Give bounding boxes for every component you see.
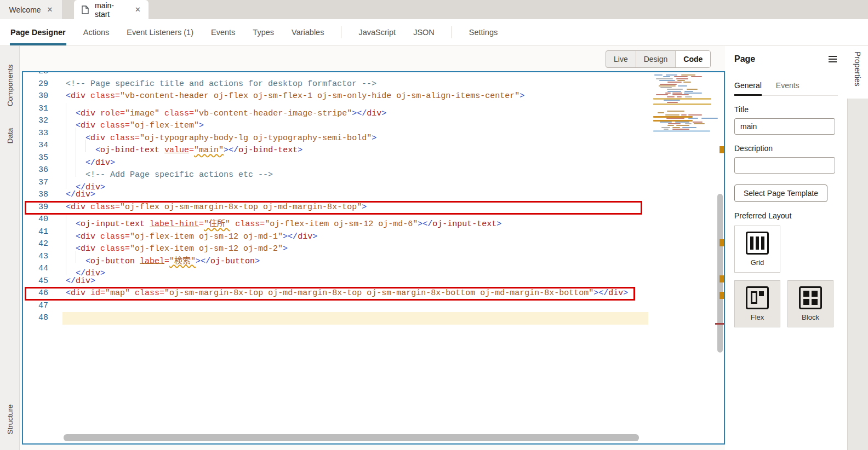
line-number: 46 bbox=[23, 287, 66, 300]
tab-events[interactable]: Events bbox=[776, 81, 800, 95]
code-line[interactable]: 45</div> bbox=[23, 275, 724, 288]
view-code-button[interactable]: Code bbox=[675, 51, 710, 67]
properties-rail-tab[interactable]: Properties bbox=[853, 51, 862, 86]
horizontal-scrollbar[interactable] bbox=[64, 434, 639, 441]
toolbar-tab-variables[interactable]: Variables bbox=[291, 19, 324, 45]
warning-marker bbox=[719, 239, 724, 246]
line-number: 32 bbox=[23, 115, 66, 128]
properties-panel: Page General Events Title Description Se… bbox=[725, 46, 847, 450]
warning-marker bbox=[719, 292, 724, 299]
close-icon[interactable]: ✕ bbox=[135, 6, 141, 13]
toolbar-tab-settings[interactable]: Settings bbox=[469, 19, 498, 45]
toolbar-tab-page-designer[interactable]: Page Designer bbox=[10, 19, 66, 45]
preferred-layout-label: Preferred Layout bbox=[734, 211, 838, 220]
code-text: <div class="oj-flex-item oj-sm-12 oj-md-… bbox=[66, 238, 288, 251]
line-number: 33 bbox=[23, 128, 66, 140]
tab-general[interactable]: General bbox=[734, 81, 762, 95]
line-number: 39 bbox=[23, 201, 66, 214]
tab-welcome[interactable]: Welcome ✕ bbox=[0, 0, 62, 19]
sidebar-item-structure[interactable]: Structure bbox=[5, 405, 14, 435]
hamburger-menu-icon[interactable] bbox=[827, 54, 838, 65]
toolbar-tab-event-listeners-1[interactable]: Event Listeners (1) bbox=[126, 19, 194, 45]
line-number: 38 bbox=[23, 189, 66, 201]
code-line[interactable]: 38</div> bbox=[23, 189, 724, 201]
vertical-scrollbar[interactable] bbox=[717, 194, 723, 353]
code-line[interactable]: 43<oj-button label="検索"></oj-button> bbox=[23, 251, 724, 263]
code-text: <div id="map" class="oj-sm-margin-8x-top… bbox=[66, 287, 628, 300]
code-text: </div> bbox=[66, 275, 95, 288]
flex-icon bbox=[746, 286, 769, 309]
line-number: 42 bbox=[23, 238, 66, 251]
code-line[interactable]: 36<!-- Add Page specific actions etc --> bbox=[23, 164, 724, 177]
line-number: 43 bbox=[23, 251, 66, 263]
line-number: 37 bbox=[23, 177, 66, 189]
layout-option-block[interactable]: Block bbox=[787, 280, 833, 327]
toolbar-tab-types[interactable]: Types bbox=[252, 19, 275, 45]
layout-option-flex[interactable]: Flex bbox=[734, 280, 780, 327]
line-number: 40 bbox=[23, 214, 66, 226]
line-number: 48 bbox=[23, 312, 66, 325]
layout-option-grid[interactable]: Grid bbox=[734, 226, 780, 273]
error-marker bbox=[715, 323, 724, 325]
toolbar-tab-events[interactable]: Events bbox=[210, 19, 236, 45]
toolbar-tab-actions[interactable]: Actions bbox=[83, 19, 110, 45]
code-line[interactable]: 28 bbox=[23, 71, 724, 78]
code-line[interactable]: 33<div class="oj-typography-body-lg oj-t… bbox=[23, 128, 724, 140]
warning-marker bbox=[719, 275, 724, 282]
line-number: 35 bbox=[23, 152, 66, 165]
code-line[interactable]: 48 bbox=[23, 312, 724, 325]
code-line[interactable]: 47 bbox=[23, 300, 724, 313]
code-line[interactable]: 42<div class="oj-flex-item oj-sm-12 oj-m… bbox=[23, 238, 724, 251]
code-text: <div class="oj-flex-item oj-sm-12 oj-md-… bbox=[66, 226, 317, 239]
warning-marker bbox=[719, 146, 724, 153]
current-line-highlight bbox=[62, 312, 648, 325]
title-input[interactable] bbox=[734, 118, 835, 135]
close-icon[interactable]: ✕ bbox=[47, 6, 53, 13]
line-number: 31 bbox=[23, 103, 66, 116]
view-switcher: LiveDesignCode bbox=[606, 50, 711, 68]
sidebar-item-data[interactable]: Data bbox=[5, 128, 14, 144]
view-design-button[interactable]: Design bbox=[636, 51, 676, 67]
select-page-template-button[interactable]: Select Page Template bbox=[734, 184, 827, 202]
code-text: <oj-button label="検索"></oj-button> bbox=[66, 251, 260, 263]
description-field-label: Description bbox=[734, 144, 838, 153]
view-live-button[interactable]: Live bbox=[606, 51, 636, 67]
description-input[interactable] bbox=[734, 157, 835, 174]
title-field-label: Title bbox=[734, 105, 838, 114]
code-text: <!-- Page specific title and actions for… bbox=[66, 78, 376, 91]
code-text: </div> bbox=[66, 177, 105, 189]
code-line[interactable]: 46<div id="map" class="oj-sm-margin-8x-t… bbox=[23, 287, 724, 300]
block-icon bbox=[799, 286, 822, 309]
code-text: <oj-input-text label-hint="住所" class="oj… bbox=[66, 214, 501, 226]
tab-main-start-label: main-start bbox=[95, 1, 129, 19]
code-line[interactable]: 40<oj-input-text label-hint="住所" class="… bbox=[23, 214, 724, 226]
code-line[interactable]: 31<div role="image" class="vb-content-he… bbox=[23, 103, 724, 116]
line-number: 45 bbox=[23, 275, 66, 288]
line-number: 28 bbox=[23, 71, 66, 78]
toolbar-tab-javascript[interactable]: JavaScript bbox=[358, 19, 396, 45]
code-text: </div> bbox=[66, 263, 105, 275]
window-tab-strip: Welcome ✕ main-start ✕ bbox=[0, 0, 868, 19]
line-number: 29 bbox=[23, 78, 66, 91]
code-text: </div> bbox=[66, 189, 95, 201]
code-line[interactable]: 39<div class="oj-flex oj-sm-margin-8x-to… bbox=[23, 201, 724, 214]
designer-toolbar: Page DesignerActionsEvent Listeners (1)E… bbox=[0, 19, 868, 46]
minimap[interactable] bbox=[652, 73, 713, 136]
toolbar-tab-json[interactable]: JSON bbox=[413, 19, 435, 45]
code-text: <oj-bind-text value="main"></oj-bind-tex… bbox=[66, 140, 302, 152]
code-text: <div class="oj-flex oj-sm-margin-8x-top … bbox=[66, 201, 367, 214]
line-number: 36 bbox=[23, 164, 66, 177]
toolbar-separator bbox=[341, 26, 341, 38]
right-rail: Properties bbox=[847, 46, 868, 450]
code-line[interactable]: 29<!-- Page specific title and actions f… bbox=[23, 78, 724, 91]
code-editor[interactable]: 2829<!-- Page specific title and actions… bbox=[22, 71, 725, 445]
left-rail: Components Data Structure bbox=[0, 46, 20, 450]
line-number: 41 bbox=[23, 226, 66, 239]
sidebar-item-components[interactable]: Components bbox=[5, 65, 14, 107]
line-number: 30 bbox=[23, 90, 66, 103]
tab-main-start[interactable]: main-start ✕ bbox=[74, 0, 149, 19]
properties-panel-header: Page bbox=[734, 54, 838, 65]
code-line[interactable]: 30<div class="vb-content-header oj-flex … bbox=[23, 90, 724, 103]
document-icon bbox=[82, 5, 89, 14]
grid-icon bbox=[746, 232, 769, 255]
